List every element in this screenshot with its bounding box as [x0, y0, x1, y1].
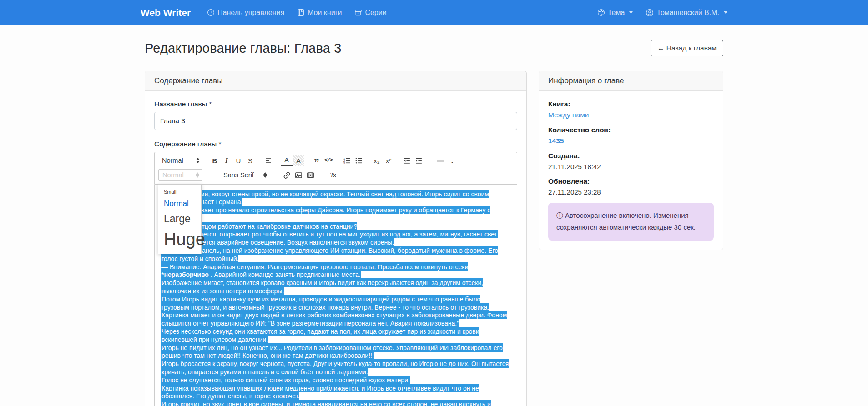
page: Web Writer Панель управления Мои книги	[0, 0, 868, 406]
strikethrough-button[interactable]: S	[244, 155, 256, 166]
paragraph: Игорь не видит их лиц, но он узнает их..…	[161, 344, 510, 360]
svg-text:3: 3	[343, 161, 345, 164]
word-count-value: 1435	[548, 137, 714, 145]
size-option-normal[interactable]: Normal	[158, 197, 201, 211]
nav-label: Панель управления	[217, 9, 284, 17]
header-picker-label: Normal	[162, 157, 183, 164]
speedometer-icon	[207, 9, 215, 16]
code-block-button[interactable]: </>	[323, 155, 334, 166]
theme-dropdown[interactable]: Тема	[597, 9, 633, 17]
page-title: Редактирование главы: Глава 3	[145, 41, 342, 56]
ordered-list-button[interactable]: 123	[341, 155, 353, 166]
size-picker-label: Normal	[162, 171, 184, 179]
size-picker[interactable]: Normal	[158, 169, 202, 181]
caret-down-icon	[629, 11, 633, 14]
top-navbar: Web Writer Панель управления Мои книги	[0, 0, 868, 25]
outdent-button[interactable]	[401, 155, 413, 166]
dot-insert-button[interactable]: .	[446, 155, 458, 166]
info-card-header: Информация о главе	[539, 71, 723, 91]
nav-label: Серии	[365, 9, 386, 17]
align-button[interactable]	[262, 155, 274, 166]
created-label: Создана:	[548, 152, 714, 160]
horizontal-rule-button[interactable]: —	[434, 155, 446, 166]
text-color-button[interactable]: A	[281, 155, 293, 166]
nav-item-series[interactable]: Серии	[354, 9, 386, 17]
paragraph: Картинка показывающая упавших людей медл…	[161, 384, 510, 401]
picker-arrows-icon	[263, 172, 267, 178]
clean-format-button[interactable]: Tx	[327, 170, 339, 180]
header-format-picker[interactable]: Normal	[158, 155, 202, 166]
info-icon: ⓘ	[556, 211, 563, 219]
paragraph: Изображение мигает, становится кроваво к…	[161, 279, 510, 296]
font-picker-label: Sans Serif	[223, 171, 254, 179]
paragraph-alarm: — Внимание. Аварийная ситуация. Разгерме…	[161, 263, 510, 279]
book-label: Книга:	[548, 100, 714, 108]
editor-toolbar: Normal B I U S	[154, 152, 517, 185]
link-button[interactable]	[281, 170, 293, 180]
paragraph: Потом Игорь видит картинку кучи из метал…	[161, 295, 510, 327]
italic-button[interactable]: I	[221, 155, 232, 166]
nav-item-my-books[interactable]: Мои книги	[297, 9, 342, 17]
paragraph: Гид рассказывает про начало строительств…	[161, 206, 510, 223]
underline-button[interactable]: U	[232, 155, 244, 166]
nav-label: Мои книги	[308, 9, 342, 17]
brand-logo[interactable]: Web Writer	[141, 7, 191, 18]
person-circle-icon	[646, 9, 654, 17]
indent-button[interactable]	[413, 155, 424, 166]
size-dropdown-menu: Small Normal Large Huge	[158, 184, 202, 254]
picker-arrows-icon	[196, 158, 200, 163]
autosave-text: Автосохранение включено. Изменения сохра…	[556, 211, 696, 231]
nav-item-dashboard[interactable]: Панель управления	[207, 9, 284, 17]
font-picker[interactable]: Sans Serif	[220, 169, 270, 181]
video-button[interactable]	[304, 170, 316, 180]
paragraph: Игорь бросается к экрану, вокруг чернота…	[161, 360, 510, 376]
paragraph: Голос не слушается, только сиплый стон и…	[161, 376, 510, 384]
chapter-title-label: Название главы *	[154, 100, 517, 108]
back-to-chapters-button[interactable]: ← Назад к главам	[651, 40, 723, 56]
picker-arrows-icon	[196, 172, 199, 178]
subscript-button[interactable]: x₂	[371, 155, 383, 166]
paragraph: Тут же зажигается аварийное освещение. В…	[161, 239, 510, 247]
theme-label: Тема	[608, 9, 625, 17]
paragraph: Игорь кричит, но звук тонет в вое сирены…	[161, 401, 510, 406]
paragraph: Вспыхивает панель, на ней изображение уп…	[161, 247, 510, 263]
journal-icon	[297, 9, 305, 16]
paragraph: Герман улыбается, открывает рот чтобы от…	[161, 231, 510, 239]
user-dropdown[interactable]: Томашевский В.М.	[646, 9, 727, 17]
updated-label: Обновлена:	[548, 177, 714, 185]
clean-x: x	[333, 172, 336, 178]
chapter-content-label: Содержание главы *	[154, 140, 517, 148]
palette-icon	[597, 9, 605, 16]
updated-value: 27.11.2025 23:28	[548, 188, 714, 196]
blockquote-button[interactable]: ❞	[311, 155, 323, 166]
size-option-huge[interactable]: Huge	[158, 227, 201, 251]
book-link[interactable]: Между нами	[548, 111, 589, 119]
size-option-small[interactable]: Small	[158, 187, 201, 197]
autosave-alert: ⓘАвтосохранение включено. Изменения сохр…	[548, 203, 714, 241]
image-button[interactable]	[293, 170, 304, 180]
background-color-button[interactable]: A	[293, 155, 304, 166]
rich-text-editor: Normal B I U S	[154, 152, 517, 406]
bold-button[interactable]: B	[209, 155, 221, 166]
editor-content-area[interactable]: Пол под ногами, вокруг стены яркой, но н…	[154, 185, 517, 406]
superscript-button[interactable]: x²	[383, 155, 394, 166]
chapter-info-card: Информация о главе Книга: Между нами Кол…	[539, 71, 723, 250]
bullet-list-button[interactable]	[353, 155, 364, 166]
chapter-content-card: Содержание главы Название главы * Содерж…	[145, 71, 527, 406]
created-value: 21.11.2025 18:42	[548, 163, 714, 170]
size-option-large[interactable]: Large	[158, 211, 201, 227]
bold-fragment: неразборчиво	[164, 270, 208, 279]
paragraph: — А мама с отцом работают на калибровке …	[161, 222, 510, 231]
editor-card-header: Содержание главы	[145, 71, 526, 91]
user-name: Томашевский В.М.	[656, 9, 719, 17]
paragraph: Через несколько секунд они хватаются за …	[161, 328, 510, 344]
caret-down-icon	[724, 11, 727, 14]
collection-icon	[354, 9, 362, 16]
paragraph: Пол под ногами, вокруг стены яркой, но н…	[161, 190, 510, 206]
chapter-title-input[interactable]	[154, 112, 517, 130]
word-count-label: Количество слов:	[548, 126, 714, 134]
